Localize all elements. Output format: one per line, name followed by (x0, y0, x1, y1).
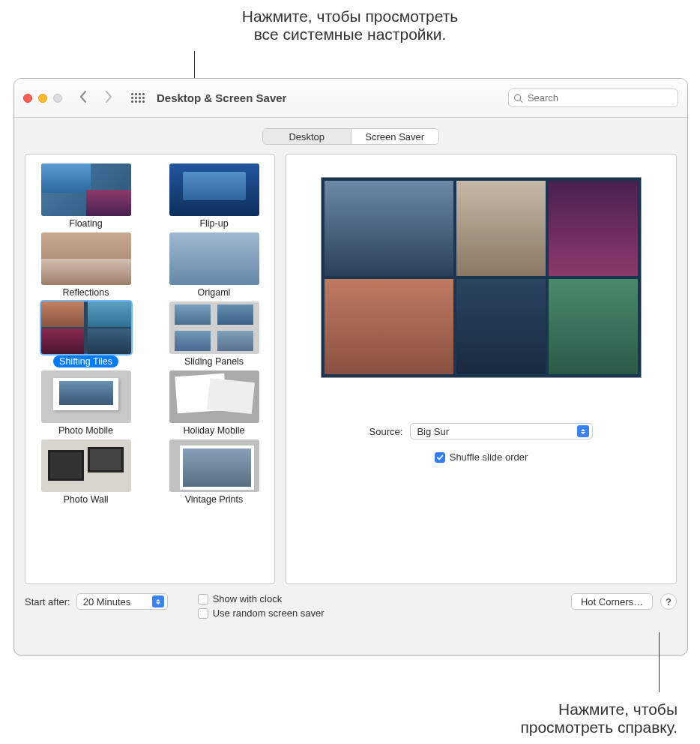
show-all-preferences-button[interactable] (128, 88, 148, 108)
screensaver-item-shifting-tiles[interactable]: Shifting Tiles (33, 302, 139, 368)
screensaver-label: Sliding Panels (178, 356, 250, 368)
preview-tile (325, 181, 453, 276)
search-icon (513, 93, 523, 104)
preview-tile (325, 279, 453, 374)
help-icon: ? (666, 596, 672, 608)
screensaver-item-origami[interactable]: Origami (161, 232, 267, 298)
screensaver-label: Vintage Prints (179, 494, 250, 506)
screensaver-label: Floating (63, 218, 108, 230)
hot-corners-label: Hot Corners… (581, 596, 643, 608)
preview-tile (549, 279, 638, 374)
random-saver-checkbox[interactable] (198, 608, 208, 619)
footer-row: Start after: 20 Minutes Show with clock … (25, 593, 677, 619)
svg-line-1 (520, 100, 522, 102)
screensaver-label: Flip-up (193, 218, 234, 230)
screensaver-label: Reflections (57, 286, 115, 298)
thumbnail (41, 440, 131, 492)
screensaver-list[interactable]: Floating Flip-up Reflections Origami (25, 154, 275, 584)
screensaver-item-photo-mobile[interactable]: Photo Mobile (33, 370, 139, 436)
zoom-window-button-disabled (53, 94, 62, 103)
callout-top-line1: Нажмите, чтобы просмотреть (0, 8, 700, 26)
source-label: Source: (369, 426, 403, 437)
grid-icon (131, 93, 145, 103)
show-clock-label: Show with clock (213, 593, 282, 604)
screensaver-preview[interactable] (321, 177, 642, 378)
random-saver-row[interactable]: Use random screen saver (198, 608, 325, 619)
help-button[interactable]: ? (660, 593, 677, 610)
minimize-window-button[interactable] (38, 94, 47, 103)
callout-bottom-line2: просмотреть справку. (520, 718, 678, 736)
search-field-wrap[interactable] (508, 88, 678, 107)
screensaver-label: Photo Mobile (52, 424, 119, 436)
preview-tile (456, 181, 546, 276)
tab-control: Desktop Screen Saver (262, 128, 439, 145)
screensaver-label: Origami (192, 286, 237, 298)
window-controls (23, 94, 62, 103)
source-dropdown[interactable]: Big Sur (410, 423, 593, 440)
hot-corners-button[interactable]: Hot Corners… (571, 593, 653, 610)
close-window-button[interactable] (23, 94, 32, 103)
nav-arrows (77, 90, 115, 106)
start-after-label: Start after: (25, 596, 70, 608)
preferences-window: Desktop & Screen Saver Desktop Screen Sa… (13, 78, 688, 656)
start-after-dropdown[interactable]: 20 Minutes (76, 593, 168, 610)
dropdown-caret-icon (577, 425, 589, 437)
back-button[interactable] (77, 90, 89, 106)
screensaver-item-sliding-panels[interactable]: Sliding Panels (161, 302, 267, 368)
tab-screen-saver[interactable]: Screen Saver (351, 129, 439, 144)
shuffle-checkbox[interactable] (435, 452, 445, 463)
callout-line-bottom (659, 632, 660, 692)
callout-bottom-line1: Нажмите, чтобы (520, 700, 678, 718)
screensaver-item-holiday-mobile[interactable]: Holiday Mobile (161, 370, 267, 436)
random-saver-label: Use random screen saver (213, 608, 325, 619)
thumbnail (41, 302, 131, 354)
screensaver-item-floating[interactable]: Floating (33, 164, 139, 230)
source-value: Big Sur (417, 426, 449, 437)
svg-point-0 (515, 94, 521, 100)
show-clock-row[interactable]: Show with clock (198, 593, 325, 604)
thumbnail (41, 370, 131, 423)
screensaver-item-vintage-prints[interactable]: Vintage Prints (161, 440, 267, 506)
window-title: Desktop & Screen Saver (157, 92, 286, 104)
screensaver-label: Photo Wall (58, 494, 115, 506)
screensaver-label: Holiday Mobile (178, 424, 251, 436)
thumbnail (41, 232, 131, 285)
preview-tile (549, 181, 638, 276)
screensaver-item-photo-wall[interactable]: Photo Wall (33, 440, 139, 506)
tab-desktop[interactable]: Desktop (263, 129, 351, 144)
search-input[interactable] (526, 92, 673, 104)
window-body: Desktop Screen Saver Floating Flip-up (14, 118, 687, 655)
callout-top: Нажмите, чтобы просмотреть все системные… (0, 8, 700, 44)
preview-pane: Source: Big Sur Shuffle slide order (286, 154, 677, 584)
thumbnail (169, 232, 259, 285)
callout-top-line2: все системные настройки. (0, 26, 700, 44)
check-icon (436, 454, 444, 461)
shuffle-checkbox-row[interactable]: Shuffle slide order (435, 452, 528, 463)
shuffle-label: Shuffle slide order (450, 452, 528, 463)
window-toolbar: Desktop & Screen Saver (14, 79, 687, 118)
callout-bottom: Нажмите, чтобы просмотреть справку. (520, 700, 678, 736)
dropdown-caret-icon (152, 596, 164, 608)
preview-tile (456, 279, 546, 374)
start-after-value: 20 Minutes (83, 596, 131, 608)
forward-button[interactable] (103, 90, 115, 106)
thumbnail (169, 164, 259, 216)
thumbnail (41, 164, 131, 216)
thumbnail (169, 302, 259, 354)
screensaver-label: Shifting Tiles (53, 356, 118, 368)
thumbnail (169, 370, 259, 423)
screensaver-item-flip-up[interactable]: Flip-up (161, 164, 267, 230)
thumbnail (169, 440, 259, 492)
screensaver-item-reflections[interactable]: Reflections (33, 232, 139, 298)
show-clock-checkbox[interactable] (198, 594, 208, 604)
